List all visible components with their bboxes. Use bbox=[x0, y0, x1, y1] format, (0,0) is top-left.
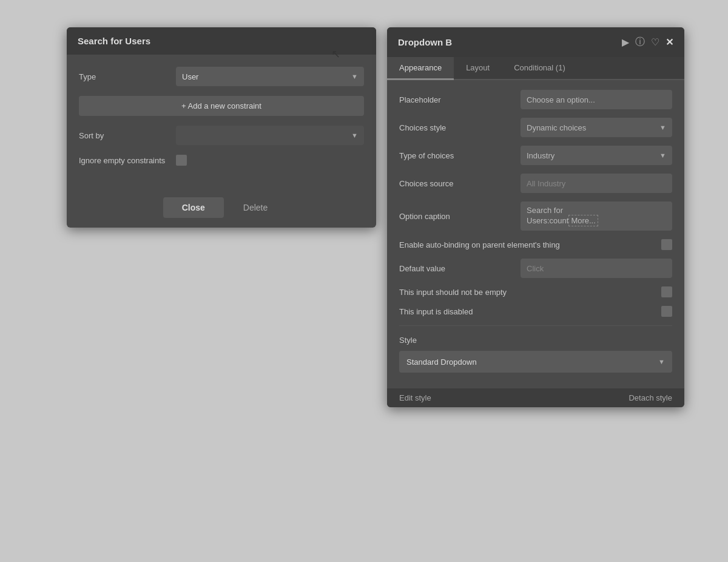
choices-source-input[interactable]: All Industry bbox=[521, 174, 672, 193]
search-panel-body: Type User ▼ + Add a new constraint Sort … bbox=[67, 55, 376, 188]
comment-icon[interactable]: ♡ bbox=[651, 36, 659, 48]
auto-binding-checkbox[interactable] bbox=[661, 239, 672, 250]
style-divider bbox=[399, 325, 672, 326]
type-of-choices-text: Industry bbox=[527, 151, 554, 160]
header-icons: ▶ ⓘ ♡ ✕ bbox=[622, 36, 673, 49]
add-constraint-button[interactable]: + Add a new constraint bbox=[79, 96, 364, 116]
close-icon[interactable]: ✕ bbox=[666, 36, 673, 48]
search-for-users-panel: Search for Users Type User ▼ + Add a new… bbox=[67, 27, 376, 228]
detach-style-link[interactable]: Detach style bbox=[629, 393, 672, 402]
default-value-input[interactable]: Click bbox=[521, 259, 672, 278]
type-of-choices-arrow-icon: ▼ bbox=[659, 152, 666, 159]
type-of-choices-select[interactable]: Industry ▼ bbox=[521, 146, 672, 165]
style-footer: Edit style Detach style bbox=[387, 388, 684, 407]
ignore-empty-row: Ignore empty constraints bbox=[79, 155, 364, 166]
search-panel-footer: Close Delete bbox=[67, 188, 376, 228]
choices-style-text: Dynamic choices bbox=[527, 123, 586, 132]
ignore-empty-checkbox[interactable] bbox=[176, 155, 187, 166]
dropdown-header: Dropdown B ▶ ⓘ ♡ ✕ bbox=[387, 27, 684, 57]
play-icon[interactable]: ▶ bbox=[622, 36, 629, 48]
type-row: Type User ▼ bbox=[79, 67, 364, 86]
disabled-checkbox[interactable] bbox=[661, 306, 672, 317]
sort-by-label: Sort by bbox=[79, 131, 176, 140]
option-caption-row: Option caption Search for Users:countMor… bbox=[399, 201, 672, 231]
placeholder-input[interactable]: Choose an option... bbox=[521, 90, 672, 109]
not-empty-label: This input should not be empty bbox=[399, 288, 661, 297]
delete-button[interactable]: Delete bbox=[231, 197, 280, 218]
type-value: User bbox=[182, 72, 198, 81]
default-value-row: Default value Click bbox=[399, 259, 672, 278]
search-panel-header: Search for Users bbox=[67, 27, 376, 55]
choices-source-row: Choices source All Industry bbox=[399, 174, 672, 193]
option-caption-value-wrapper: Search for Users:countMore... bbox=[521, 201, 672, 231]
choices-source-text: All Industry bbox=[527, 179, 565, 188]
sort-by-row: Sort by ▼ bbox=[79, 126, 364, 145]
placeholder-text: Choose an option... bbox=[527, 95, 595, 104]
tab-layout[interactable]: Layout bbox=[454, 57, 502, 80]
style-dropdown-value: Standard Dropdown bbox=[406, 357, 477, 367]
dropdown-b-panel: Dropdown B ▶ ⓘ ♡ ✕ Appearance Layout Con… bbox=[387, 27, 684, 407]
choices-style-value-wrapper: Dynamic choices ▼ bbox=[521, 118, 672, 137]
option-caption-line2: Users:countMore... bbox=[527, 216, 598, 225]
choices-source-label: Choices source bbox=[399, 179, 521, 188]
placeholder-row: Placeholder Choose an option... bbox=[399, 90, 672, 109]
ignore-empty-label: Ignore empty constraints bbox=[79, 156, 176, 165]
not-empty-checkbox[interactable] bbox=[661, 286, 672, 297]
dropdown-body: Placeholder Choose an option... Choices … bbox=[387, 80, 684, 388]
tabs: Appearance Layout Conditional (1) bbox=[387, 57, 684, 80]
type-of-choices-row: Type of choices Industry ▼ bbox=[399, 146, 672, 165]
type-arrow-icon: ▼ bbox=[351, 73, 358, 80]
auto-binding-row: Enable auto-binding on parent element's … bbox=[399, 239, 672, 250]
auto-binding-label: Enable auto-binding on parent element's … bbox=[399, 240, 661, 249]
tab-appearance[interactable]: Appearance bbox=[387, 57, 454, 80]
tab-conditional[interactable]: Conditional (1) bbox=[502, 57, 578, 80]
close-button[interactable]: Close bbox=[163, 197, 224, 218]
default-value-label: Default value bbox=[399, 264, 521, 273]
disabled-label: This input is disabled bbox=[399, 307, 661, 316]
choices-source-value-wrapper: All Industry bbox=[521, 174, 672, 193]
choices-style-arrow-icon: ▼ bbox=[659, 124, 666, 131]
type-select[interactable]: User ▼ bbox=[176, 67, 364, 86]
search-panel-title: Search for Users bbox=[78, 36, 150, 46]
choices-style-select[interactable]: Dynamic choices ▼ bbox=[521, 118, 672, 137]
info-icon[interactable]: ⓘ bbox=[635, 36, 645, 49]
type-of-choices-label: Type of choices bbox=[399, 151, 521, 160]
option-caption-dashed: More... bbox=[568, 215, 598, 226]
style-dropdown-select[interactable]: Standard Dropdown ▼ bbox=[399, 351, 672, 373]
sort-by-arrow-icon: ▼ bbox=[351, 132, 358, 139]
default-value-wrapper: Click bbox=[521, 259, 672, 278]
disabled-row: This input is disabled bbox=[399, 306, 672, 317]
choices-style-row: Choices style Dynamic choices ▼ bbox=[399, 118, 672, 137]
option-caption-input[interactable]: Search for Users:countMore... bbox=[521, 201, 672, 231]
type-of-choices-value-wrapper: Industry ▼ bbox=[521, 146, 672, 165]
placeholder-value-wrapper: Choose an option... bbox=[521, 90, 672, 109]
sort-by-select[interactable]: ▼ bbox=[176, 126, 364, 145]
not-empty-row: This input should not be empty bbox=[399, 286, 672, 297]
option-caption-label: Option caption bbox=[399, 212, 521, 221]
style-section-label: Style bbox=[399, 336, 672, 345]
dropdown-title: Dropdown B bbox=[398, 37, 452, 47]
default-value-text: Click bbox=[527, 264, 544, 273]
edit-style-link[interactable]: Edit style bbox=[399, 393, 431, 402]
type-label: Type bbox=[79, 72, 176, 81]
placeholder-label: Placeholder bbox=[399, 95, 521, 104]
style-dropdown-arrow-icon: ▼ bbox=[658, 358, 665, 365]
choices-style-label: Choices style bbox=[399, 123, 521, 132]
option-caption-line1: Search for bbox=[527, 206, 563, 215]
